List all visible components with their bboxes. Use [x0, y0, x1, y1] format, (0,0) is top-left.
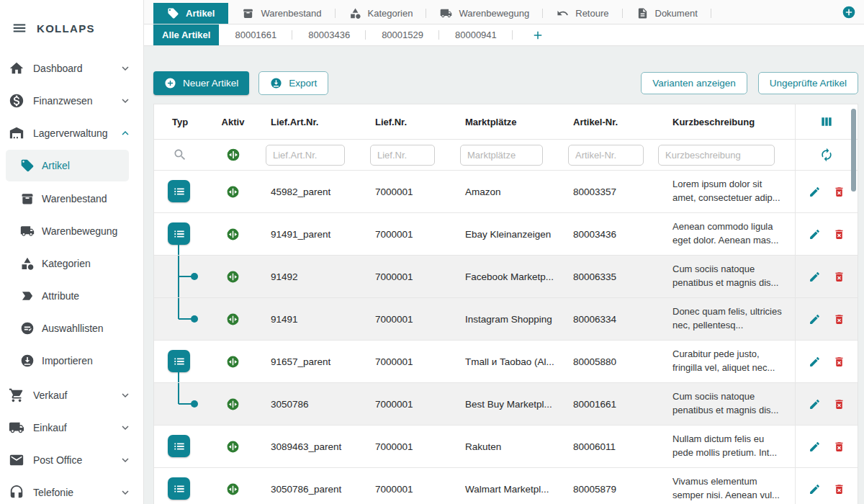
chevron-down-icon: [119, 454, 132, 467]
sidebar-item-attribute[interactable]: Attribute: [0, 279, 143, 312]
sidebar-item-warenbestand[interactable]: Warenbestand: [0, 182, 143, 215]
filter-lief-art-nr-input[interactable]: [266, 145, 345, 166]
menu-icon[interactable]: [12, 20, 27, 36]
sidebar-item-artikel[interactable]: Artikel: [6, 150, 129, 181]
edit-icon[interactable]: [809, 483, 821, 495]
table-row[interactable]: 91491 7000001 Instagram Shopping 8000633…: [154, 298, 858, 341]
active-filter-icon[interactable]: [226, 148, 240, 162]
sidebar-item-auswahllisten[interactable]: Auswahllisten: [0, 312, 143, 344]
lief-nr-value: 7000001: [364, 356, 454, 367]
tab-artikel[interactable]: Artikel: [153, 3, 228, 24]
delete-icon[interactable]: [833, 228, 845, 240]
sidebar-item-dashboard[interactable]: Dashboard: [0, 52, 143, 84]
chevron-down-icon: [119, 94, 132, 107]
parent-article-list-icon[interactable]: [168, 477, 190, 500]
sidebar-item-einkauf[interactable]: Einkauf: [0, 411, 143, 444]
sidebar-item-label: Kategorien: [42, 258, 91, 269]
column-header-artikel-nr[interactable]: Artikel-Nr.: [562, 117, 652, 127]
tab-retoure[interactable]: Retoure: [543, 3, 622, 24]
row-actions: [795, 341, 858, 382]
tab-warenbewegung[interactable]: Warenbewegung: [426, 3, 543, 24]
column-header-kurzbeschreibung[interactable]: Kurzbeschreibung: [652, 117, 795, 127]
refresh-icon[interactable]: [819, 148, 834, 162]
filter-kurzbeschreibung-input[interactable]: [658, 145, 775, 166]
parent-article-list-icon[interactable]: [168, 350, 190, 372]
sidebar-item-warenbewegung[interactable]: Warenbewegung: [0, 215, 143, 247]
lief-nr-value: 7000001: [364, 314, 454, 325]
artikel-nr-value: 80005880: [562, 356, 652, 367]
table-row[interactable]: 91492 7000001 Facebook Marketp... 800063…: [154, 256, 858, 298]
vertical-scrollbar[interactable]: [851, 109, 856, 192]
parent-article-list-icon[interactable]: [168, 180, 190, 202]
marktplatz-value: Tmall и Taobao (Al...: [454, 356, 562, 367]
show-variants-button[interactable]: Varianten anzeigen: [641, 72, 747, 94]
article-tab-bar: Alle Artikel 80001661 80003436 80001529 …: [144, 24, 864, 46]
sidebar-item-importieren[interactable]: Importieren: [0, 344, 143, 377]
edit-icon[interactable]: [809, 228, 821, 240]
filter-marktplaetze-input[interactable]: [460, 145, 543, 166]
add-module-tab-button[interactable]: [842, 5, 856, 19]
table-row[interactable]: 91491_parent 7000001 Ebay Kleinanzeigen …: [154, 213, 858, 256]
new-article-button[interactable]: Neuer Artikel: [153, 71, 249, 95]
edit-icon[interactable]: [809, 398, 821, 410]
active-status-icon: [226, 185, 240, 199]
edit-icon[interactable]: [809, 441, 821, 453]
add-article-tab-button[interactable]: [531, 24, 544, 45]
chevron-down-icon: [119, 421, 132, 434]
artikel-nr-value: 80005879: [562, 484, 652, 495]
tab-dokument[interactable]: Dokument: [623, 3, 711, 24]
table-row[interactable]: 91657_parent 7000001 Tmall и Taobao (Al.…: [154, 341, 858, 383]
sidebar-item-verkauf[interactable]: Verkauf: [0, 379, 143, 411]
delete-icon[interactable]: [833, 356, 845, 368]
tab-warenbestand[interactable]: Warenbestand: [228, 3, 335, 24]
toolbar: Neuer Artikel Export Varianten anzeigen …: [153, 71, 858, 95]
row-actions: [795, 468, 858, 504]
return-arrow-icon: [557, 7, 569, 19]
column-header-lief-art-nr[interactable]: Lief.Art.Nr.: [260, 117, 364, 127]
sidebar-item-kategorien[interactable]: Kategorien: [0, 247, 143, 279]
delete-icon[interactable]: [833, 313, 845, 325]
parent-article-list-icon[interactable]: [168, 435, 190, 457]
box-icon: [20, 192, 35, 206]
edit-icon[interactable]: [809, 356, 821, 368]
document-icon: [636, 7, 649, 19]
edit-icon[interactable]: [809, 313, 821, 325]
table-row[interactable]: 45982_parent 7000001 Amazon 80003357 Lor…: [154, 171, 858, 213]
tab-article-80003436[interactable]: 80003436: [292, 24, 366, 45]
sidebar-item-label: Importieren: [42, 355, 93, 366]
tab-article-80000941[interactable]: 80000941: [439, 24, 513, 45]
sidebar-item-label: Finanzwesen: [33, 95, 93, 107]
row-actions: [795, 383, 858, 425]
tab-alle-artikel[interactable]: Alle Artikel: [153, 24, 219, 45]
delete-icon[interactable]: [833, 271, 845, 283]
sidebar-item-finanzwesen[interactable]: Finanzwesen: [0, 84, 143, 117]
export-button[interactable]: Export: [258, 71, 328, 95]
edit-icon[interactable]: [809, 271, 821, 283]
sidebar-item-lagerverwaltung[interactable]: Lagerverwaltung: [0, 117, 143, 149]
sidebar-item-post-office[interactable]: Post Office: [0, 444, 143, 476]
filter-artikel-nr-input[interactable]: [568, 145, 644, 166]
sidebar-item-telefonie[interactable]: Telefonie: [0, 476, 143, 504]
delete-icon[interactable]: [833, 441, 845, 453]
filter-lief-nr-input[interactable]: [370, 145, 435, 166]
parent-article-list-icon[interactable]: [168, 222, 190, 245]
tab-kategorien[interactable]: Kategorien: [336, 3, 427, 24]
search-icon[interactable]: [173, 148, 187, 162]
column-header-typ[interactable]: Typ: [154, 117, 206, 127]
delete-icon[interactable]: [833, 398, 845, 410]
delete-icon[interactable]: [833, 483, 845, 495]
tab-article-80001661[interactable]: 80001661: [219, 24, 292, 45]
delete-icon[interactable]: [833, 186, 845, 198]
table-row[interactable]: 3050786 7000001 Best Buy Marketpl... 800…: [154, 383, 858, 426]
column-header-lief-nr[interactable]: Lief.Nr.: [364, 117, 454, 127]
aktiv-cell: [206, 397, 260, 411]
column-header-aktiv[interactable]: Aktiv: [206, 117, 260, 127]
edit-icon[interactable]: [809, 186, 821, 198]
unchecked-articles-button[interactable]: Ungeprüfte Artikel: [758, 72, 858, 94]
tab-article-80001529[interactable]: 80001529: [366, 24, 439, 45]
table-row[interactable]: 3050786_parent 7000001 Walmart Marketpl.…: [154, 468, 858, 504]
table-row[interactable]: 3089463_parent 7000001 Rakuten 80006011 …: [154, 426, 858, 468]
columns-icon[interactable]: [819, 114, 834, 129]
aktiv-cell: [206, 440, 260, 454]
column-header-marktplaetze[interactable]: Marktplätze: [454, 117, 562, 127]
